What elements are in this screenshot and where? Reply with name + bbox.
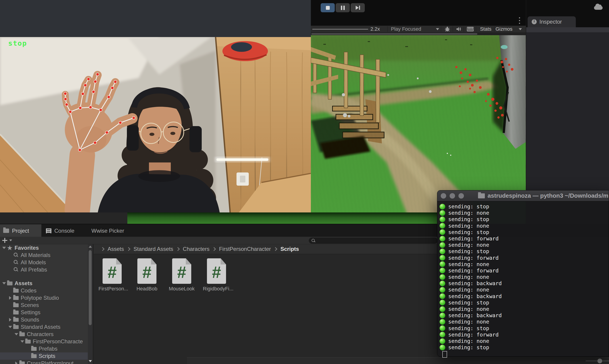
tree-item-icon	[13, 267, 19, 273]
expand-arrow-icon[interactable]	[8, 324, 13, 330]
pause-button[interactable]	[336, 3, 350, 12]
expand-arrow-icon[interactable]	[26, 346, 31, 351]
tree-row[interactable]: Scripts	[0, 352, 93, 360]
tree-row[interactable]: Scenes	[0, 301, 93, 309]
green-circle-icon	[440, 268, 445, 273]
expand-arrow-icon[interactable]	[8, 295, 13, 301]
terminal-line-text: sending: none	[448, 274, 489, 280]
tree-row[interactable]: Assets	[0, 280, 93, 287]
expand-arrow-icon[interactable]	[8, 302, 13, 308]
add-asset-button[interactable]	[2, 237, 12, 243]
tab-wwise-picker[interactable]: Wwise Picker	[85, 224, 129, 237]
tree-row[interactable]: Codes	[0, 287, 93, 294]
breadcrumb-item[interactable]: Characters	[173, 246, 209, 252]
tree-row[interactable]: All Materials	[0, 251, 93, 259]
scale-slider[interactable]	[312, 29, 368, 29]
tree-row[interactable]: Settings	[0, 309, 93, 316]
expand-arrow-icon[interactable]	[8, 310, 13, 315]
asset-file[interactable]: FirstPerson...	[101, 258, 123, 292]
terminal-window: astrudespinoza — python3 ~/Downloads/m s…	[437, 190, 609, 357]
tree-item-label: Favorites	[14, 245, 39, 251]
expand-arrow-icon[interactable]	[8, 267, 13, 273]
display-mode-dropdown[interactable]: Play Focused	[391, 26, 441, 32]
project-folder-tree: Favorites All Materials All Models All P…	[0, 244, 93, 364]
panel-menu-kebab-icon[interactable]	[517, 17, 521, 24]
tab-project[interactable]: Project	[0, 224, 41, 237]
tree-row[interactable]: All Prefabs	[0, 266, 93, 273]
scroll-down-icon[interactable]	[89, 360, 92, 362]
breadcrumb-item[interactable]: Scripts	[271, 246, 299, 252]
expand-arrow-icon[interactable]	[14, 332, 19, 337]
scrollbar-thumb[interactable]	[89, 250, 92, 325]
tree-row[interactable]: Polytope Studio	[0, 294, 93, 301]
tab-inspector[interactable]: Inspector	[528, 16, 576, 27]
stop-button[interactable]	[321, 3, 335, 12]
tree-item-label: Characters	[27, 331, 54, 338]
pause-icon	[341, 6, 345, 10]
tree-row[interactable]: FirstPersonCharacte	[0, 338, 93, 345]
expand-arrow-icon[interactable]	[8, 288, 13, 293]
gizmos-dropdown[interactable]: Gizmos	[496, 26, 523, 32]
tree-row[interactable]: All Models	[0, 259, 93, 266]
tree-row[interactable]	[0, 273, 93, 280]
info-icon	[532, 19, 537, 24]
search-input[interactable]	[317, 238, 427, 244]
slider-knob[interactable]	[597, 359, 602, 363]
asset-file-label: HeadBob	[136, 286, 157, 292]
terminal-line: sending: none	[440, 210, 609, 216]
tree-row[interactable]: CrossPlatformInput	[0, 360, 93, 364]
expand-arrow-icon[interactable]	[8, 317, 13, 322]
tree-row[interactable]: Prefabs	[0, 345, 93, 352]
expand-arrow-icon[interactable]	[20, 339, 25, 344]
terminal-titlebar[interactable]: astrudespinoza — python3 ~/Downloads/m	[437, 190, 609, 201]
tab-console[interactable]: Console	[41, 224, 79, 237]
expand-arrow-icon[interactable]	[26, 353, 31, 359]
tree-row[interactable]: Sounds	[0, 316, 93, 323]
tree-row[interactable]: Favorites	[0, 244, 93, 251]
inspector-tab-label: Inspector	[540, 19, 562, 25]
green-circle-icon	[440, 300, 445, 305]
tree-item-icon	[7, 245, 13, 251]
game-horizontal-scrollbar[interactable]	[311, 33, 526, 35]
terminal-line-text: sending: none	[448, 338, 489, 344]
tree-row[interactable]: Standard Assets	[0, 323, 93, 331]
cloud-icon[interactable]	[594, 6, 603, 10]
breadcrumb-item[interactable]: Standard Assets	[124, 246, 173, 252]
tree-item-label: Sounds	[21, 316, 39, 323]
step-button[interactable]	[351, 3, 365, 12]
expand-arrow-icon[interactable]	[1, 281, 7, 286]
keyboard-icon	[467, 27, 474, 31]
tab-project-label: Project	[12, 228, 29, 234]
scrollbar-thumb[interactable]	[311, 33, 477, 35]
asset-file[interactable]: RigidbodyFi...	[205, 258, 227, 292]
expand-arrow-icon[interactable]	[0, 274, 5, 279]
expand-arrow-icon[interactable]	[8, 260, 13, 265]
asset-file[interactable]: HeadBob	[136, 258, 158, 292]
green-circle-icon	[440, 255, 445, 261]
debug-bug-button[interactable]	[442, 26, 452, 32]
breadcrumb-item[interactable]: FirstPersonCharacter	[209, 246, 271, 252]
step-forward-icon	[356, 6, 360, 10]
tree-item-label: Codes	[21, 287, 36, 294]
scroll-up-icon[interactable]	[89, 246, 92, 248]
green-circle-icon	[440, 345, 445, 350]
input-debugger-button[interactable]	[465, 26, 475, 32]
terminal-line-text: sending: forward	[448, 267, 499, 274]
tree-row[interactable]: Characters	[0, 331, 93, 338]
asset-file[interactable]: MouseLook	[171, 258, 193, 292]
tree-item-icon	[5, 273, 11, 279]
terminal-line-text: sending: forward	[448, 332, 499, 338]
tree-scrollbar[interactable]	[88, 244, 93, 364]
project-search[interactable]	[309, 238, 437, 244]
expand-arrow-icon[interactable]	[14, 361, 19, 364]
terminal-line: sending: stop	[440, 216, 609, 222]
tree-item-label: All Materials	[21, 252, 51, 258]
mute-audio-button[interactable]	[454, 26, 464, 32]
expand-arrow-icon[interactable]	[1, 245, 7, 251]
expand-arrow-icon[interactable]	[8, 252, 13, 258]
folder-proxy-icon[interactable]	[478, 193, 485, 198]
breadcrumb-item[interactable]: Assets	[98, 246, 124, 252]
stats-toggle[interactable]: Stats	[478, 26, 494, 32]
green-circle-icon	[440, 313, 445, 318]
terminal-line: sending: forward	[440, 267, 609, 274]
